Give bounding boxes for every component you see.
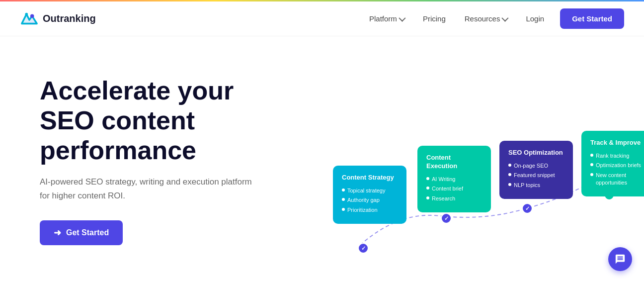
svg-point-3	[25, 12, 28, 15]
card-item: Prioritization	[342, 206, 398, 214]
svg-point-2	[30, 14, 34, 18]
card-content-strategy: Content Strategy Topical strategy Author…	[333, 166, 406, 224]
bullet-icon	[590, 173, 593, 176]
bullet-icon	[426, 196, 429, 199]
bullet-icon	[342, 198, 345, 201]
chat-icon	[615, 254, 626, 265]
card-item: New content opportunities	[590, 172, 644, 187]
bullet-icon	[426, 177, 429, 180]
bullet-icon	[342, 208, 345, 211]
card-content-execution-title: Content Execution	[426, 154, 482, 171]
bullet-icon	[342, 189, 345, 191]
card-item: Topical strategy	[342, 187, 398, 194]
hero-diagram: ✓ ✓ ✓ ✓ Content Strategy Topical strateg…	[308, 66, 624, 275]
card-item: Research	[426, 195, 482, 202]
nav-links: Platform Pricing Resources Login Get Sta…	[361, 8, 624, 29]
card-seo-optimization: SEO Optimization On-page SEO Featured sn…	[499, 141, 573, 199]
logo-text: Outranking	[43, 13, 96, 24]
bullet-icon	[508, 173, 511, 176]
nav-resources[interactable]: Resources	[457, 10, 515, 27]
chat-button[interactable]	[608, 247, 632, 271]
nav-get-started-button[interactable]: Get Started	[560, 8, 624, 29]
card-item: On-page SEO	[508, 162, 564, 170]
card-item: Content brief	[426, 185, 482, 192]
chevron-down-icon-2	[502, 14, 509, 21]
card-item: Featured snippet	[508, 172, 564, 179]
card-item: Optimization briefs	[590, 162, 644, 169]
card-content-strategy-title: Content Strategy	[342, 174, 398, 182]
check-dot-3: ✓	[522, 203, 533, 214]
card-track-improve-title: Track & Improve	[590, 139, 644, 147]
nav-pricing[interactable]: Pricing	[415, 10, 454, 27]
card-content-execution: Content Execution AI Writing Content bri…	[417, 146, 491, 212]
bullet-icon	[508, 164, 511, 167]
card-item: NLP topics	[508, 182, 564, 189]
card-item: Rank tracking	[590, 152, 644, 160]
hero-section: Accelerate your SEO content performance …	[0, 36, 644, 283]
nav-platform[interactable]: Platform	[361, 10, 412, 27]
navbar: Outranking Platform Pricing Resources Lo…	[0, 1, 644, 36]
card-item: AI Writing	[426, 176, 482, 183]
card-seo-optimization-title: SEO Optimization	[508, 149, 564, 157]
check-dot-1: ✓	[358, 243, 369, 254]
hero-get-started-button[interactable]: ➜ Get Started	[40, 220, 123, 245]
logo[interactable]: Outranking	[20, 9, 96, 28]
logo-icon	[20, 9, 39, 28]
bullet-icon	[426, 187, 429, 189]
hero-left: Accelerate your SEO content performance …	[40, 66, 288, 245]
arrow-right-icon: ➜	[54, 227, 61, 238]
chevron-down-icon	[399, 14, 405, 21]
card-item: Authority gap	[342, 196, 398, 204]
hero-title: Accelerate your SEO content performance	[40, 76, 288, 165]
bullet-icon	[590, 163, 593, 166]
hero-subtitle: AI-powered SEO strategy, writing and exe…	[40, 175, 258, 202]
bullet-icon	[508, 183, 511, 186]
nav-login[interactable]: Login	[518, 10, 552, 27]
diagram-container: ✓ ✓ ✓ ✓ Content Strategy Topical strateg…	[308, 66, 624, 275]
card-track-improve: Track & Improve Rank tracking Optimizati…	[581, 131, 644, 196]
check-dot-2: ✓	[441, 213, 452, 224]
bullet-icon	[590, 154, 593, 157]
